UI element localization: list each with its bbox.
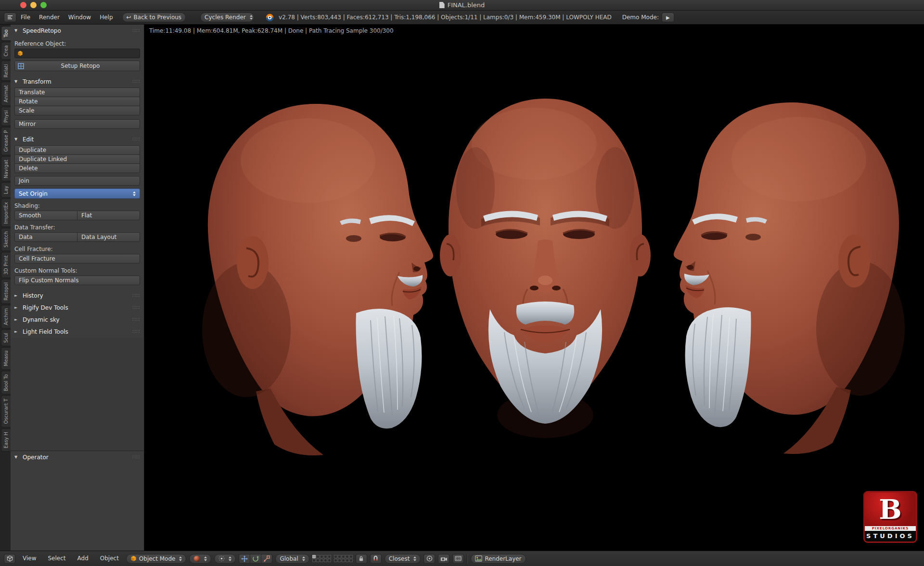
- 3d-view-editor-icon: [7, 555, 13, 562]
- menu-file[interactable]: File: [16, 11, 35, 25]
- shelf-tab-layers[interactable]: Lay: [1, 182, 11, 198]
- reference-object-field[interactable]: [14, 49, 140, 58]
- data-transfer-data-button[interactable]: Data: [14, 232, 77, 242]
- shelf-tab-oscurart-tools[interactable]: Oscurart T: [1, 395, 11, 427]
- shelf-tab-archimesh[interactable]: Archim: [1, 305, 11, 328]
- shade-smooth-button[interactable]: Smooth: [14, 211, 77, 220]
- panel-grip[interactable]: ∷∷: [132, 136, 140, 142]
- menu-object[interactable]: Object: [96, 552, 123, 566]
- panel-header-transform[interactable]: ▼ Transform ∷∷: [11, 75, 144, 88]
- opengl-render-button[interactable]: [438, 554, 449, 564]
- editor-type-button-3dview[interactable]: [4, 554, 15, 564]
- updown-arrows-icon: [302, 556, 305, 561]
- shelf-tab-tools[interactable]: Too: [1, 26, 11, 41]
- menu-window[interactable]: Window: [64, 11, 95, 25]
- panel-header-speedretopo[interactable]: ▼ SpeedRetopo ∷∷: [11, 25, 144, 37]
- scale-manipulator-button[interactable]: [261, 554, 272, 564]
- layers-grid-right[interactable]: [334, 555, 353, 562]
- proportional-edit-button[interactable]: [424, 554, 435, 564]
- shade-flat-button[interactable]: Flat: [77, 211, 140, 220]
- minimize-window-button[interactable]: [30, 2, 37, 8]
- 3d-viewport[interactable]: Time:11:49.08 | Mem:604.81M, Peak:628.74…: [144, 25, 924, 551]
- duplicate-linked-button[interactable]: Duplicate Linked: [14, 154, 140, 164]
- magnet-icon: [372, 555, 379, 562]
- shelf-tab-easy-hdri[interactable]: Easy H: [1, 428, 11, 452]
- set-origin-menu[interactable]: Set Origin: [14, 189, 140, 199]
- panel-open-icon: ▼: [14, 79, 20, 84]
- menu-select[interactable]: Select: [43, 552, 70, 566]
- shelf-tab-import-export[interactable]: ImportEx: [1, 199, 11, 227]
- snap-toggle-button[interactable]: [370, 554, 382, 564]
- panel-grip[interactable]: ∷∷: [132, 316, 140, 323]
- scene-statistics: v2.78 | Verts:803,443 | Faces:612,713 | …: [279, 14, 612, 21]
- window-controls: [20, 2, 47, 8]
- menu-render[interactable]: Render: [35, 11, 64, 25]
- shelf-tab-relations[interactable]: Relati: [1, 61, 11, 81]
- panel-header-edit[interactable]: ▼ Edit ∷∷: [11, 133, 144, 145]
- viewport-shading-select[interactable]: [189, 554, 211, 564]
- shelf-tab-create[interactable]: Crea: [1, 42, 11, 60]
- opengl-render-anim-button[interactable]: [452, 554, 464, 564]
- panel-header-history[interactable]: ► History ∷∷: [11, 289, 144, 302]
- editor-type-button-info[interactable]: [4, 13, 16, 22]
- scale-button[interactable]: Scale: [14, 106, 140, 115]
- mirror-button[interactable]: Mirror: [14, 119, 140, 129]
- rotate-manipulator-button[interactable]: [250, 554, 261, 564]
- shelf-tab-physics[interactable]: Physi: [1, 107, 11, 126]
- shelf-tab-animation[interactable]: Animat: [1, 82, 11, 106]
- rotate-button[interactable]: Rotate: [14, 97, 140, 106]
- info-header: File Render Window Help ↩ Back to Previo…: [0, 11, 924, 25]
- translate-button[interactable]: Translate: [14, 88, 140, 97]
- close-window-button[interactable]: [20, 2, 26, 8]
- workspace: Too Crea Relati Animat Physi Grease P Na…: [0, 25, 924, 551]
- panel-grip[interactable]: ∷∷: [132, 454, 140, 460]
- panel-grip[interactable]: ∷∷: [132, 78, 140, 85]
- layers-grid-left[interactable]: [312, 555, 331, 562]
- panel-grip[interactable]: ∷∷: [132, 27, 140, 34]
- panel-grip[interactable]: ∷∷: [132, 292, 140, 299]
- cell-fracture-button[interactable]: Cell Fracture: [14, 254, 140, 264]
- panel-grip[interactable]: ∷∷: [132, 304, 140, 311]
- blender-logo-icon: [266, 13, 274, 22]
- shelf-tab-sketch[interactable]: Sketch: [1, 228, 11, 251]
- zoom-window-button[interactable]: [40, 2, 47, 8]
- flip-custom-normals-button[interactable]: Flip Custom Normals: [14, 276, 140, 285]
- panel-header-light-field-tools[interactable]: ► Light Field Tools ∷∷: [11, 326, 144, 338]
- menu-help[interactable]: Help: [95, 11, 117, 25]
- transform-orientation-select[interactable]: Global: [275, 554, 309, 564]
- demo-play-button[interactable]: ▶: [662, 13, 674, 22]
- render-layer-select[interactable]: RenderLayer: [471, 554, 526, 564]
- duplicate-button[interactable]: Duplicate: [14, 145, 140, 155]
- panel-title: Dynamic sky: [23, 316, 60, 323]
- pivot-point-select[interactable]: [214, 554, 236, 564]
- shelf-tab-bool-tool[interactable]: Bool To: [1, 371, 11, 395]
- setup-retopo-button[interactable]: Setup Retopo: [14, 61, 140, 71]
- delete-button[interactable]: Delete: [14, 164, 140, 173]
- panel-title: Operator: [23, 454, 49, 461]
- menu-add[interactable]: Add: [73, 552, 93, 566]
- shelf-tab-3d-print[interactable]: 3D Print: [1, 252, 11, 278]
- shelf-tab-navigation[interactable]: Navigat: [1, 156, 11, 182]
- mode-select[interactable]: Object Mode: [126, 554, 187, 564]
- data-transfer-layout-button[interactable]: Data Layout: [77, 232, 140, 242]
- panel-header-rigify-dev-tools[interactable]: ► Rigify Dev Tools ∷∷: [11, 302, 144, 314]
- shelf-tab-retopology[interactable]: Retopol: [1, 279, 11, 304]
- shelf-tab-grease-pencil[interactable]: Grease P: [1, 127, 11, 155]
- shelf-tab-sculpt[interactable]: Scul: [1, 329, 11, 346]
- render-engine-select[interactable]: Cycles Render: [200, 13, 254, 22]
- panel-closed-icon: ►: [14, 305, 20, 310]
- panel-header-operator[interactable]: ▼ Operator ∷∷: [11, 451, 144, 463]
- snap-element-select[interactable]: Closest: [385, 554, 421, 564]
- translate-manipulator-button[interactable]: [239, 554, 250, 564]
- setup-retopo-label: Setup Retopo: [24, 63, 137, 69]
- menu-view[interactable]: View: [18, 552, 40, 566]
- panel-open-icon: ▼: [14, 137, 20, 141]
- rotate-manipulator-icon: [252, 555, 259, 562]
- back-to-previous-button[interactable]: ↩ Back to Previous: [122, 13, 186, 22]
- panel-header-dynamic-sky[interactable]: ► Dynamic sky ∷∷: [11, 314, 144, 326]
- rendered-heads-image: [144, 25, 924, 551]
- join-button[interactable]: Join: [14, 176, 140, 186]
- lock-to-scene-button[interactable]: [356, 554, 367, 564]
- panel-grip[interactable]: ∷∷: [132, 328, 140, 335]
- shelf-tab-measureit[interactable]: Measu: [1, 347, 11, 369]
